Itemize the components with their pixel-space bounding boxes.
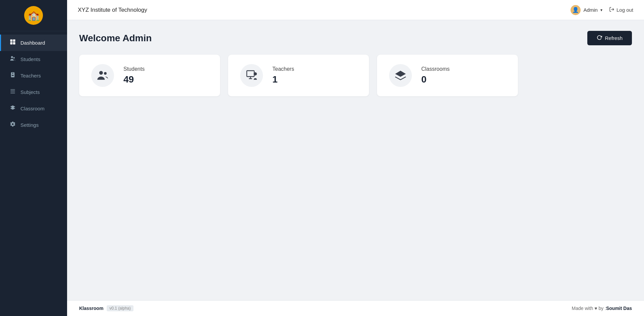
svg-point-4 bbox=[11, 56, 13, 58]
footer-credit-text: Made with ♥ by : bbox=[572, 306, 606, 311]
sidebar: 🏫 Dashboard Students Teachers Subject bbox=[0, 0, 67, 316]
teachers-stat-info: Teachers 1 bbox=[272, 66, 294, 85]
teachers-value: 1 bbox=[272, 74, 294, 85]
sidebar-item-label: Dashboard bbox=[20, 40, 45, 46]
app-logo: 🏫 bbox=[24, 6, 43, 25]
stats-row: Students 49 Teachers bbox=[79, 55, 632, 96]
teachers-icon bbox=[240, 64, 263, 87]
sidebar-item-classroom[interactable]: Classroom bbox=[0, 100, 67, 117]
sidebar-item-settings[interactable]: Settings bbox=[0, 117, 67, 133]
logo-icon: 🏫 bbox=[28, 10, 40, 21]
svg-rect-2 bbox=[10, 42, 13, 45]
sidebar-nav: Dashboard Students Teachers Subjects Cla… bbox=[0, 35, 67, 133]
svg-rect-6 bbox=[10, 89, 15, 90]
subjects-nav-icon bbox=[9, 88, 16, 96]
svg-rect-9 bbox=[10, 93, 15, 93]
svg-point-12 bbox=[104, 72, 107, 75]
svg-rect-0 bbox=[10, 40, 13, 42]
sidebar-item-students[interactable]: Students bbox=[0, 51, 67, 67]
sidebar-item-label: Students bbox=[20, 56, 40, 62]
classrooms-stat-info: Classrooms 0 bbox=[421, 66, 449, 85]
footer-credit: Made with ♥ by :Soumit Das bbox=[572, 306, 632, 311]
svg-point-17 bbox=[254, 72, 257, 76]
footer-version: v0.1 (alpha) bbox=[107, 305, 133, 311]
stat-card-teachers: Teachers 1 bbox=[228, 55, 369, 96]
sidebar-logo: 🏫 bbox=[0, 0, 67, 31]
top-header: XYZ Institute of Technology 👤 Admin ▾ Lo… bbox=[67, 0, 644, 20]
classrooms-icon bbox=[389, 64, 412, 87]
svg-rect-8 bbox=[10, 92, 15, 92]
svg-rect-3 bbox=[13, 42, 15, 45]
refresh-icon bbox=[597, 35, 602, 41]
avatar-icon: 👤 bbox=[572, 7, 579, 13]
stat-card-classrooms: Classrooms 0 bbox=[377, 55, 518, 96]
page-footer: Klassroom v0.1 (alpha) Made with ♥ by :S… bbox=[67, 300, 644, 316]
students-stat-info: Students 49 bbox=[123, 66, 145, 85]
svg-rect-1 bbox=[13, 40, 15, 42]
logout-button[interactable]: Log out bbox=[609, 7, 633, 13]
content-header: Welcome Admin Refresh bbox=[79, 31, 632, 45]
sidebar-item-dashboard[interactable]: Dashboard bbox=[0, 35, 67, 51]
brand-name: Klassroom bbox=[79, 306, 103, 311]
dashboard-icon bbox=[9, 39, 16, 47]
footer-author: Soumit Das bbox=[606, 306, 632, 311]
admin-label: Admin bbox=[583, 7, 598, 13]
settings-nav-icon bbox=[9, 121, 16, 129]
header-actions: 👤 Admin ▾ Log out bbox=[571, 5, 633, 15]
svg-point-11 bbox=[99, 71, 103, 75]
sidebar-item-label: Classroom bbox=[20, 106, 45, 111]
classrooms-label: Classrooms bbox=[421, 66, 449, 72]
main-content: Welcome Admin Refresh bbox=[67, 20, 644, 300]
svg-point-5 bbox=[13, 57, 15, 59]
svg-rect-13 bbox=[247, 71, 254, 76]
students-nav-icon bbox=[9, 55, 16, 63]
stat-card-students: Students 49 bbox=[79, 55, 220, 96]
refresh-button[interactable]: Refresh bbox=[587, 31, 632, 45]
logout-label: Log out bbox=[616, 7, 633, 13]
page-title: Welcome Admin bbox=[79, 33, 152, 44]
refresh-label: Refresh bbox=[605, 35, 623, 41]
main-area: XYZ Institute of Technology 👤 Admin ▾ Lo… bbox=[67, 0, 644, 316]
admin-avatar: 👤 bbox=[571, 5, 581, 15]
classrooms-value: 0 bbox=[421, 74, 449, 85]
chevron-down-icon: ▾ bbox=[600, 8, 602, 12]
students-label: Students bbox=[123, 66, 145, 72]
students-icon bbox=[91, 64, 114, 87]
admin-menu[interactable]: 👤 Admin ▾ bbox=[571, 5, 602, 15]
teachers-nav-icon bbox=[9, 72, 16, 80]
svg-rect-7 bbox=[10, 91, 15, 91]
sidebar-item-label: Teachers bbox=[20, 73, 41, 78]
institute-title: XYZ Institute of Technology bbox=[78, 7, 147, 13]
sidebar-item-label: Settings bbox=[20, 122, 39, 128]
classroom-nav-icon bbox=[9, 105, 16, 112]
sidebar-item-label: Subjects bbox=[20, 89, 40, 95]
students-value: 49 bbox=[123, 74, 145, 85]
logout-icon bbox=[609, 7, 614, 13]
teachers-label: Teachers bbox=[272, 66, 294, 72]
footer-brand: Klassroom v0.1 (alpha) bbox=[79, 305, 133, 311]
sidebar-item-subjects[interactable]: Subjects bbox=[0, 84, 67, 100]
sidebar-item-teachers[interactable]: Teachers bbox=[0, 67, 67, 84]
